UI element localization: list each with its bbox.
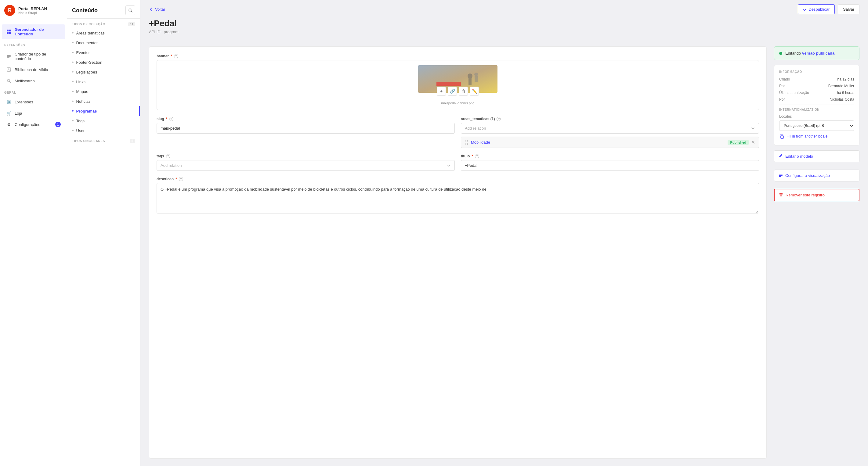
banner-filename: maispedal-banner.png: [441, 101, 474, 105]
brand-sub: Notus Strapi: [18, 11, 47, 14]
svg-rect-20: [779, 174, 782, 174]
titulo-info-icon[interactable]: ?: [475, 154, 479, 158]
descricao-textarea[interactable]: O +Pedal é um programa que visa a promoç…: [157, 183, 759, 213]
collection-item-areas-tematicas[interactable]: Áreas temáticas: [67, 28, 140, 38]
svg-rect-18: [474, 76, 478, 82]
svg-rect-0: [7, 30, 8, 31]
banner-upload: + 🔗 🗑 ✏️ maispedal-banner.png: [157, 60, 759, 110]
mobilidade-status-badge: Published: [727, 140, 749, 145]
mobilidade-remove-button[interactable]: ✕: [751, 139, 755, 145]
sidebar-item-label: Extensões: [14, 100, 33, 104]
areas-tematicas-input[interactable]: Add relation: [461, 123, 759, 134]
collection-list: Áreas temáticasDocumentosEventosFooter-S…: [67, 28, 140, 135]
info-val-por2: Nicholas Costa: [830, 97, 854, 102]
remove-record-label: Remover este registro: [785, 193, 825, 197]
collection-item-noticias[interactable]: Notícias: [67, 96, 140, 106]
svg-rect-6: [7, 57, 9, 58]
search-button[interactable]: [125, 5, 135, 15]
unpublish-label: Despublicar: [808, 7, 830, 11]
sidebar: R Portal REPLAN Notus Strapi Gerenciador…: [0, 0, 67, 466]
slug-label: slug* ?: [157, 117, 455, 121]
banner-img-overlay: + 🔗 🗑 ✏️: [437, 87, 479, 96]
collection-item-eventos[interactable]: Eventos: [67, 47, 140, 57]
list-icon: [779, 173, 783, 178]
slug-areas-row: slug* ? areas_tematicas (1) ? Add relati…: [157, 117, 759, 148]
content-panel-title: Conteúdo: [72, 7, 98, 14]
media-library-icon: [6, 67, 11, 72]
status-highlight: versão publicada: [802, 51, 834, 56]
svg-line-10: [9, 81, 11, 82]
slug-input[interactable]: [157, 123, 455, 134]
unpublish-button[interactable]: Despublicar: [798, 4, 835, 14]
configuracoes-icon: ⚙: [6, 122, 11, 127]
collection-item-tags[interactable]: Tags: [67, 116, 140, 126]
svg-point-8: [8, 68, 8, 69]
main: Voltar Despublicar Salvar +Pedal API ID …: [141, 0, 868, 466]
collection-item-footer-section[interactable]: Footer-Section: [67, 57, 140, 67]
svg-rect-19: [781, 136, 783, 138]
areas-tematicas-label: areas_tematicas (1) ?: [461, 117, 759, 121]
svg-rect-22: [779, 176, 781, 177]
collection-item-mapas[interactable]: Mapas: [67, 87, 140, 96]
collection-item-programas[interactable]: Programas: [67, 106, 140, 116]
info-card: INFORMAÇÃO Criado há 12 dias Por Bernard…: [774, 65, 860, 145]
status-card: Editando versão publicada: [774, 46, 860, 60]
save-button[interactable]: Salvar: [838, 4, 860, 14]
sidebar-item-content-type-builder[interactable]: Criador de tipo de conteúdo: [2, 49, 65, 64]
sidebar-item-label: Meilisearch: [14, 79, 35, 83]
divider: [779, 105, 854, 105]
collection-item-documentos[interactable]: Documentos: [67, 38, 140, 47]
collection-item-user[interactable]: User: [67, 126, 140, 135]
brand: R Portal REPLAN Notus Strapi: [0, 0, 67, 21]
extensoes-section-label: EXTENSÕES: [0, 39, 67, 49]
fill-locale-text: Fill in from another locale: [786, 134, 828, 139]
collection-item-links[interactable]: Links: [67, 77, 140, 87]
tags-placeholder: Add relation: [160, 163, 182, 168]
svg-point-15: [468, 73, 472, 78]
banner-add-button[interactable]: +: [437, 87, 446, 96]
banner-info-icon[interactable]: ?: [174, 54, 178, 58]
fill-locale-button[interactable]: Fill in from another locale: [779, 134, 854, 140]
edit-model-button[interactable]: Editar o modelo: [774, 151, 860, 162]
svg-rect-2: [7, 32, 8, 34]
content-panel-header: Conteúdo: [67, 0, 140, 19]
sidebar-item-loja[interactable]: 🛒 Loja: [2, 108, 65, 119]
banner-link-button[interactable]: 🔗: [448, 87, 457, 96]
sidebar-item-media-library[interactable]: Biblioteca de Mídia: [2, 64, 65, 75]
locale-label: Locales: [779, 114, 854, 119]
svg-rect-16: [468, 78, 471, 85]
banner-img-container: + 🔗 🗑 ✏️: [418, 65, 497, 93]
sidebar-item-extensoes[interactable]: ⚙️ Extensões: [2, 96, 65, 107]
sidebar-nav: Gerenciador de Conteúdo EXTENSÕES Criado…: [0, 21, 67, 466]
info-row-criado: Criado há 12 dias: [779, 77, 854, 81]
back-link[interactable]: Voltar: [149, 7, 165, 11]
sidebar-item-meilisearch[interactable]: Meilisearch: [2, 75, 65, 86]
slug-info-icon[interactable]: ?: [169, 117, 173, 121]
info-key-ultima: Última atualização: [779, 91, 809, 95]
info-key-criado: Criado: [779, 77, 790, 81]
remove-record-button[interactable]: Remover este registro: [774, 189, 860, 201]
content-panel: Conteúdo TIPOS DE COLEÇÃO 11 Áreas temát…: [67, 0, 141, 466]
areas-tematicas-info-icon[interactable]: ?: [497, 117, 501, 121]
tags-input[interactable]: Add relation: [157, 160, 455, 171]
info-val-criado: há 12 dias: [837, 77, 854, 81]
status-dot: [779, 52, 782, 55]
singular-types-section: TIPOS SINGULARES 0: [67, 135, 140, 145]
trash-icon: [779, 193, 783, 198]
tags-info-icon[interactable]: ?: [166, 154, 170, 158]
page-title: +Pedal: [149, 19, 860, 28]
descricao-info-icon[interactable]: ?: [179, 177, 183, 181]
loja-icon: 🛒: [6, 110, 11, 116]
locale-select[interactable]: Portuguese (Brazil) (pt-B: [779, 121, 854, 131]
collection-item-legislacoes[interactable]: Legislações: [67, 67, 140, 77]
sidebar-item-content-manager[interactable]: Gerenciador de Conteúdo: [2, 24, 65, 39]
singular-types-count: 0: [130, 139, 135, 143]
svg-rect-5: [7, 56, 11, 57]
configure-view-button[interactable]: Configurar a visualização: [774, 170, 860, 181]
titulo-input[interactable]: [461, 160, 759, 171]
sidebar-item-configuracoes[interactable]: ⚙ Configurações 1: [2, 119, 65, 130]
banner-delete-button[interactable]: 🗑: [459, 87, 468, 96]
content-manager-icon: [6, 29, 11, 34]
svg-rect-1: [9, 30, 11, 31]
banner-edit-button[interactable]: ✏️: [470, 87, 479, 96]
